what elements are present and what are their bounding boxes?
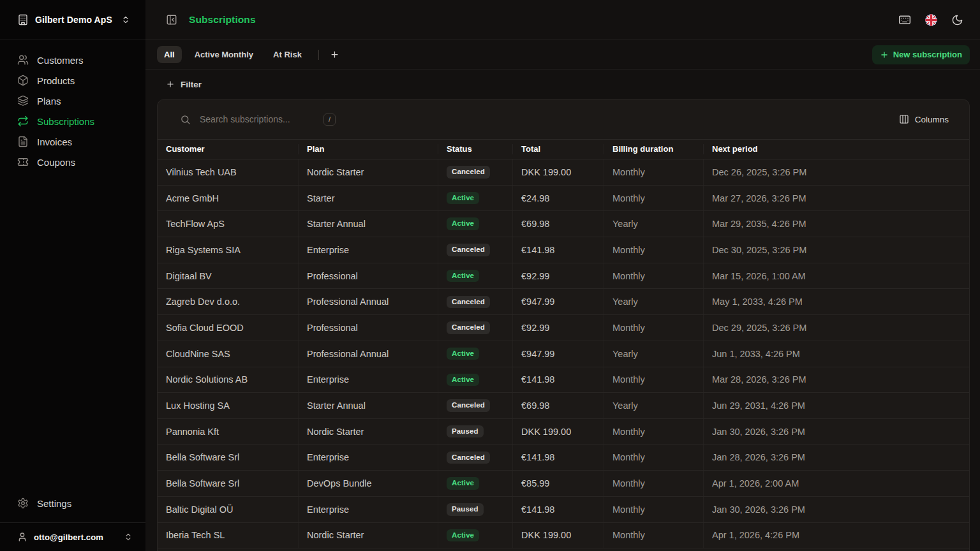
cell-billing-duration: Monthly [604, 159, 703, 185]
moon-icon [951, 14, 963, 26]
sidebar-item-subscriptions[interactable]: Subscriptions [0, 111, 145, 131]
cell-customer: Bella Software Srl [158, 471, 298, 496]
status-badge: Canceled [447, 321, 490, 334]
table-row[interactable]: Pannonia Kft Nordic Starter Paused DKK 1… [158, 419, 969, 445]
cell-total: €947.99 [512, 341, 604, 367]
user-icon [17, 532, 27, 542]
table-row[interactable]: Bella Software Srl DevOps Bundle Active … [158, 471, 969, 497]
topbar-actions [898, 13, 963, 27]
sidebar-item-settings[interactable]: Settings [0, 493, 145, 513]
cell-status: Canceled [438, 237, 512, 263]
sidebar-item-invoices[interactable]: Invoices [0, 131, 145, 152]
sidebar-item-products[interactable]: Products [0, 70, 145, 91]
sidebar-item-plans[interactable]: Plans [0, 91, 145, 111]
cell-plan: Nordic Starter [298, 159, 438, 185]
cell-billing-duration: Yearly [604, 289, 703, 314]
cell-billing-duration: Monthly [604, 497, 703, 522]
subscriptions-table-card: / Columns Customer Plan Status Total Bil… [157, 99, 970, 551]
table-row[interactable]: Acme GmbH Starter Active €24.98 Monthly … [158, 186, 969, 212]
cell-next-period: Jun 1, 2033, 4:26 PM [703, 341, 969, 367]
table-row[interactable]: Riga Systems SIA Enterprise Canceled €14… [158, 237, 969, 263]
cell-status: Canceled [438, 315, 512, 341]
cell-next-period: Dec 26, 2025, 3:26 PM [703, 159, 969, 185]
cell-next-period: Dec 30, 2025, 3:26 PM [703, 237, 969, 263]
tab-all[interactable]: All [157, 46, 182, 63]
cell-status: Active [438, 263, 512, 289]
tab-active-monthly[interactable]: Active Monthly [188, 46, 260, 63]
cell-status: Active [438, 523, 512, 548]
cell-customer: Baltic Digital OÜ [158, 497, 298, 522]
repeat-icon [17, 115, 29, 127]
new-subscription-label: New subscription [893, 50, 962, 59]
table-row[interactable]: Zagreb Dev d.o.o. Professional Annual Ca… [158, 289, 969, 315]
cell-customer: Riga Systems SIA [158, 237, 298, 263]
page-title: Subscriptions [189, 14, 898, 26]
tab-at-risk[interactable]: At Risk [266, 46, 309, 63]
search-input[interactable] [200, 114, 321, 124]
keyboard-shortcuts-button[interactable] [898, 13, 911, 26]
column-header-plan[interactable]: Plan [298, 144, 438, 154]
add-filter-button[interactable]: Filter [166, 80, 202, 89]
filter-label: Filter [181, 80, 202, 89]
table-row[interactable]: Lux Hosting SA Starter Annual Canceled €… [158, 393, 969, 419]
cell-total: €141.98 [512, 237, 604, 263]
org-switcher[interactable]: Gilbert Demo ApS [0, 0, 145, 40]
search-icon [180, 114, 191, 125]
cell-total: €141.98 [512, 497, 604, 522]
cell-plan: Professional [298, 263, 438, 289]
table-row[interactable]: Baltic Digital OÜ Enterprise Paused €141… [158, 497, 969, 523]
user-email: otto@gilbert.com [34, 533, 117, 542]
sidebar-nav: Customers Products Plans Subscriptions I… [0, 40, 145, 493]
ticket-icon [17, 156, 29, 168]
table-row[interactable]: Sofia Cloud EOOD Professional Canceled €… [158, 315, 969, 341]
column-header-total[interactable]: Total [512, 144, 604, 154]
table-row[interactable]: Bella Software Srl Enterprise Canceled €… [158, 445, 969, 471]
cell-status: Paused [438, 497, 512, 522]
cell-status: Canceled [438, 159, 512, 185]
cell-plan: Enterprise [298, 367, 438, 393]
column-header-billing-duration[interactable]: Billing duration [604, 144, 703, 154]
table-row[interactable]: TechFlow ApS Starter Annual Active €69.9… [158, 211, 969, 237]
cell-billing-duration: Monthly [604, 523, 703, 548]
dark-mode-toggle[interactable] [951, 14, 963, 26]
status-badge: Active [447, 270, 479, 283]
tabs-divider [318, 50, 319, 60]
cell-total: DKK 199.00 [512, 523, 604, 548]
cell-customer: Nordic Solutions AB [158, 367, 298, 393]
columns-button[interactable]: Columns [899, 114, 949, 124]
users-icon [17, 54, 29, 66]
cell-total: €69.98 [512, 211, 604, 237]
column-header-next-period[interactable]: Next period [703, 144, 969, 154]
sidebar-collapse-button[interactable] [166, 14, 177, 26]
table-header-row: Customer Plan Status Total Billing durat… [158, 139, 969, 159]
cell-total: €141.98 [512, 367, 604, 393]
sidebar-item-customers[interactable]: Customers [0, 50, 145, 70]
company-name: Gilbert Demo ApS [35, 15, 115, 25]
status-badge: Canceled [447, 166, 490, 179]
cell-billing-duration: Yearly [604, 341, 703, 367]
cell-plan: Enterprise [298, 445, 438, 471]
cell-customer: Iberia Tech SL [158, 523, 298, 548]
user-menu[interactable]: otto@gilbert.com [0, 522, 145, 551]
columns-label: Columns [915, 115, 949, 124]
cell-customer: Vilnius Tech UAB [158, 159, 298, 185]
add-view-button[interactable] [329, 48, 341, 61]
plus-icon [880, 50, 889, 59]
status-badge: Active [447, 374, 479, 386]
table-row[interactable]: Digitaal BV Professional Active €92.99 M… [158, 263, 969, 290]
cell-next-period: Apr 1, 2026, 2:00 AM [703, 471, 969, 496]
table-toolbar: / Columns [158, 99, 969, 139]
language-selector-button[interactable] [924, 13, 938, 27]
table-row[interactable]: Vilnius Tech UAB Nordic Starter Canceled… [158, 159, 969, 186]
cell-billing-duration: Monthly [604, 186, 703, 211]
table-row[interactable]: Iberia Tech SL Nordic Starter Active DKK… [158, 523, 969, 549]
table-row[interactable]: Nordic Solutions AB Enterprise Active €1… [158, 367, 969, 393]
cell-customer: Digitaal BV [158, 263, 298, 289]
cell-next-period: Jun 29, 2031, 4:26 PM [703, 393, 969, 418]
new-subscription-button[interactable]: New subscription [872, 45, 970, 64]
table-row[interactable]: CloudNine SAS Professional Annual Active… [158, 341, 969, 367]
sidebar-item-coupons[interactable]: Coupons [0, 152, 145, 172]
column-header-status[interactable]: Status [438, 144, 512, 154]
column-header-customer[interactable]: Customer [158, 144, 298, 154]
sidebar-item-label: Invoices [37, 136, 72, 147]
